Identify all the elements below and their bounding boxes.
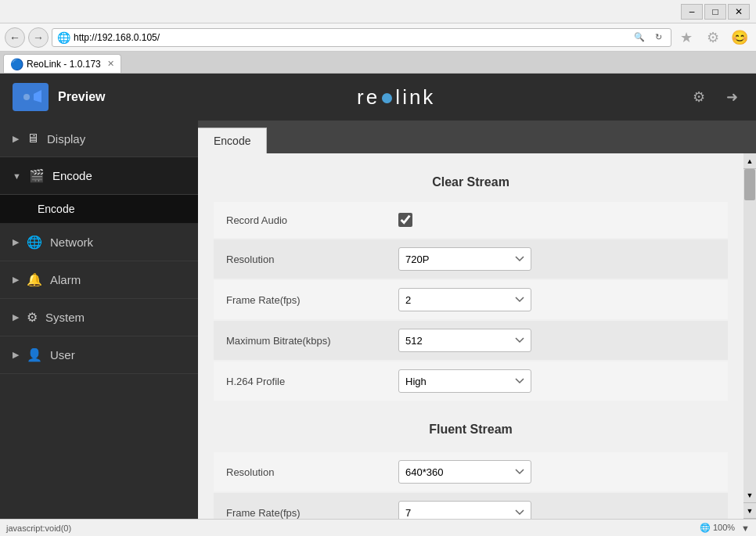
- content-body: Clear Stream Record Audio Resolution 720…: [198, 153, 756, 519]
- clear-bitrate-select[interactable]: 512 128 256 1024: [398, 329, 531, 352]
- fluent-framerate-label: Frame Rate(fps): [226, 507, 398, 519]
- sidebar: ▶ 🖥 Display ▼ 🎬 Encode Encode ▶ 🌐 Networ…: [0, 121, 198, 519]
- user-icon: 👤: [27, 347, 42, 362]
- scroll-indicator: ▲ ▼ ▼: [743, 153, 756, 519]
- active-tab[interactable]: 🔵 ReoLink - 1.0.173 ✕: [3, 54, 121, 73]
- tab-title: ReoLink - 1.0.173: [27, 59, 101, 70]
- encode-arrow-icon: ▼: [13, 171, 21, 181]
- clear-bitrate-label: Maximum Bitrate(kbps): [226, 335, 398, 347]
- favorites-icon[interactable]: ★: [675, 26, 698, 49]
- back-button[interactable]: ←: [5, 27, 25, 48]
- reolink-logo: re●link: [357, 84, 435, 110]
- scroll-track: [743, 169, 756, 487]
- clear-resolution-control: 720P 1080P 2160P: [398, 247, 715, 271]
- clear-h264-label: H.264 Profile: [226, 376, 398, 387]
- maximize-button[interactable]: □: [704, 4, 726, 20]
- zoom-dropdown-icon[interactable]: ▼: [741, 523, 750, 533]
- user-arrow-icon: ▶: [13, 350, 19, 360]
- search-icon[interactable]: 🔍: [632, 30, 647, 45]
- app-container: Preview re●link ⚙ ➜ ▶ 🖥 Display ▼ 🎬 Enco…: [0, 74, 756, 519]
- system-icon: ⚙: [27, 310, 38, 325]
- scroll-down-arrow[interactable]: ▼: [743, 487, 756, 503]
- sidebar-sub-encode[interactable]: Encode: [0, 195, 198, 224]
- clear-h264-control: High Baseline Main: [398, 369, 715, 393]
- clear-resolution-select[interactable]: 720P 1080P 2160P: [398, 247, 531, 271]
- sidebar-item-alarm[interactable]: ▶ 🔔 Alarm: [0, 261, 198, 299]
- statusbar-right: 🌐 100% ▼: [700, 523, 750, 533]
- app-header: Preview re●link ⚙ ➜: [0, 74, 756, 121]
- browser-tabs: 🔵 ReoLink - 1.0.173 ✕: [0, 52, 756, 74]
- fluent-resolution-row: Resolution 640*360 720P 1080P: [214, 452, 728, 491]
- clear-resolution-row: Resolution 720P 1080P 2160P: [214, 239, 728, 279]
- record-audio-control: [398, 213, 715, 227]
- record-audio-row: Record Audio: [214, 202, 728, 238]
- preview-label: Preview: [58, 90, 105, 104]
- svg-marker-1: [34, 90, 41, 103]
- network-icon: 🌐: [27, 235, 42, 250]
- scroll-thumb[interactable]: [744, 169, 755, 200]
- header-left: Preview: [13, 83, 105, 111]
- tab-favicon: 🔵: [10, 58, 23, 70]
- tab-encode[interactable]: Encode: [198, 128, 267, 153]
- forward-button[interactable]: →: [28, 27, 49, 48]
- clear-framerate-label: Frame Rate(fps): [226, 294, 398, 306]
- record-audio-label: Record Audio: [226, 214, 398, 226]
- refresh-icon[interactable]: ↻: [650, 30, 666, 45]
- fluent-framerate-select[interactable]: 7 1 2 4: [398, 501, 531, 519]
- main-layout: ▶ 🖥 Display ▼ 🎬 Encode Encode ▶ 🌐 Networ…: [0, 121, 756, 519]
- clear-framerate-select[interactable]: 2 1 4 7: [398, 288, 531, 311]
- browser-toolbar: ← → 🌐 🔍 ↻ ★ ⚙ 😊: [0, 23, 756, 52]
- display-icon: 🖥: [27, 131, 39, 146]
- status-text: javascript:void(0): [6, 523, 71, 533]
- form-panel: Clear Stream Record Audio Resolution 720…: [198, 153, 743, 519]
- system-arrow-icon: ▶: [13, 312, 19, 322]
- scroll-up-arrow[interactable]: ▲: [743, 153, 756, 169]
- record-audio-checkbox[interactable]: [398, 213, 412, 227]
- zoom-badge: 🌐 100%: [700, 523, 735, 533]
- tools-icon[interactable]: ⚙: [701, 26, 725, 49]
- display-arrow-icon: ▶: [13, 134, 19, 144]
- fluent-resolution-control: 640*360 720P 1080P: [398, 460, 715, 484]
- clear-framerate-row: Frame Rate(fps) 2 1 4 7: [214, 280, 728, 319]
- header-icons: ⚙ ➜: [687, 85, 743, 109]
- sidebar-item-encode[interactable]: ▼ 🎬 Encode: [0, 157, 198, 195]
- network-arrow-icon: ▶: [13, 237, 19, 247]
- content-tabs: Encode: [198, 121, 756, 153]
- minimize-button[interactable]: –: [681, 4, 703, 20]
- sidebar-encode-label: Encode: [52, 169, 92, 182]
- logout-icon[interactable]: ➜: [720, 85, 743, 109]
- clear-h264-row: H.264 Profile High Baseline Main: [214, 362, 728, 401]
- encode-icon: 🎬: [29, 168, 45, 183]
- content-area: Encode Clear Stream Record Audio Resolut…: [198, 121, 756, 519]
- sidebar-network-label: Network: [50, 236, 93, 249]
- fluent-resolution-select[interactable]: 640*360 720P 1080P: [398, 460, 531, 484]
- sidebar-item-system[interactable]: ▶ ⚙ System: [0, 299, 198, 336]
- sidebar-item-network[interactable]: ▶ 🌐 Network: [0, 224, 198, 261]
- sidebar-display-label: Display: [47, 132, 85, 146]
- sidebar-system-label: System: [45, 311, 85, 324]
- browser-titlebar: – □ ✕: [0, 0, 756, 23]
- clear-resolution-label: Resolution: [226, 254, 398, 265]
- fluent-stream-title: Fluent Stream: [214, 413, 728, 449]
- fluent-framerate-row: Frame Rate(fps) 7 1 2 4: [214, 493, 728, 519]
- sidebar-item-display[interactable]: ▶ 🖥 Display: [0, 121, 198, 157]
- fluent-resolution-label: Resolution: [226, 466, 398, 478]
- settings-icon[interactable]: ⚙: [687, 85, 711, 109]
- address-input[interactable]: [74, 32, 628, 43]
- close-button[interactable]: ✕: [728, 4, 750, 20]
- smiley-icon: 😊: [728, 26, 751, 49]
- camera-icon: [13, 83, 49, 111]
- sidebar-alarm-label: Alarm: [50, 273, 81, 286]
- alarm-icon: 🔔: [27, 272, 42, 287]
- clear-framerate-control: 2 1 4 7: [398, 288, 715, 311]
- browser-statusbar: javascript:void(0) 🌐 100% ▼: [0, 519, 756, 536]
- clear-bitrate-row: Maximum Bitrate(kbps) 512 128 256 1024: [214, 321, 728, 360]
- clear-bitrate-control: 512 128 256 1024: [398, 329, 715, 352]
- clear-h264-select[interactable]: High Baseline Main: [398, 369, 531, 393]
- svg-point-2: [23, 94, 30, 100]
- tab-close-button[interactable]: ✕: [107, 59, 114, 69]
- scroll-more-down-arrow[interactable]: ▼: [743, 503, 756, 519]
- address-bar: 🌐 🔍 ↻: [52, 28, 671, 47]
- sidebar-item-user[interactable]: ▶ 👤 User: [0, 336, 198, 374]
- clear-stream-title: Clear Stream: [214, 166, 728, 202]
